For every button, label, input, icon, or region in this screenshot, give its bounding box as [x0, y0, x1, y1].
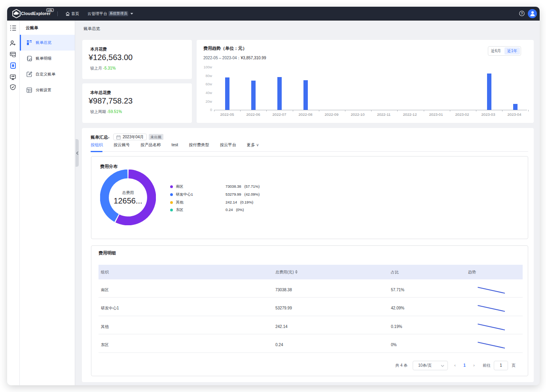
- svg-text:?: ?: [521, 11, 523, 15]
